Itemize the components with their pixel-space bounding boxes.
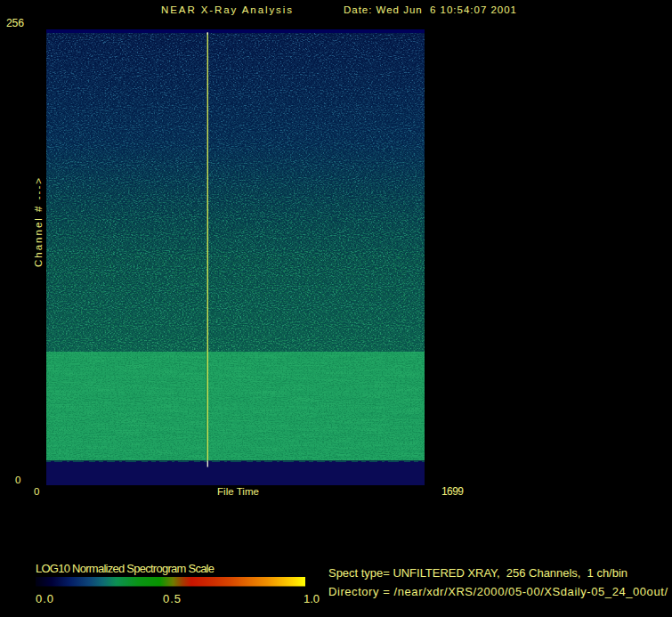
svg-text:File Time: File Time <box>217 486 259 497</box>
svg-text:1.0: 1.0 <box>304 592 320 605</box>
svg-text:Date: Wed Jun 6 10:54:07 2001: Date: Wed Jun 6 10:54:07 2001 <box>344 4 516 15</box>
svg-text:Directory = /near/xdr/XRS/2000: Directory = /near/xdr/XRS/2000/05-00/XSd… <box>328 585 668 598</box>
svg-text:NEAR X-Ray Analysis: NEAR X-Ray Analysis <box>161 4 292 15</box>
svg-text:Channel # --->: Channel # ---> <box>33 178 44 267</box>
svg-text:0.0: 0.0 <box>36 592 53 605</box>
svg-text:0.5: 0.5 <box>163 592 181 605</box>
svg-text:LOG10 Normalized Spectrogram S: LOG10 Normalized Spectrogram Scale <box>36 562 215 575</box>
svg-text:256: 256 <box>6 17 24 29</box>
svg-text:1699: 1699 <box>441 485 464 498</box>
svg-text:0: 0 <box>34 486 39 497</box>
svg-text:0: 0 <box>15 475 20 485</box>
svg-text:Spect type= UNFILTERED XRAY,: Spect type= UNFILTERED XRAY, 256 Channel… <box>328 566 627 580</box>
